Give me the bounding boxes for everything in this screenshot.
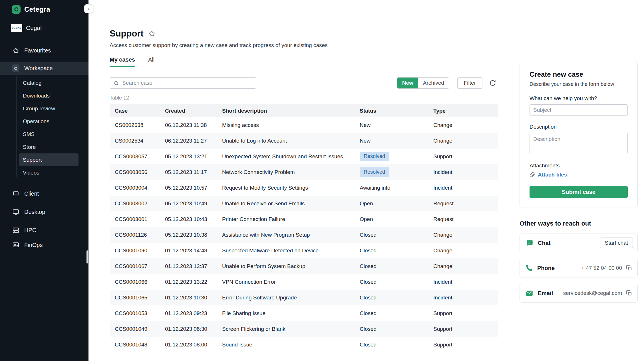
cell-status: Awaiting info	[355, 185, 428, 191]
sidebar-scrollbar-thumb[interactable]	[86, 250, 88, 263]
cell-type: Incident	[428, 169, 498, 175]
submit-case-button[interactable]: Submit case	[530, 186, 628, 198]
column-header-type[interactable]: Type	[428, 108, 498, 114]
table-row[interactable]: CCS000105301.12.2023 09:23File Sharing I…	[110, 305, 498, 321]
sidebar-item-operations[interactable]: Operations	[19, 115, 79, 128]
cell-created: 01.12.2023 13:22	[160, 279, 217, 285]
cell-type: Change	[428, 138, 498, 144]
cell-short-description: Screen Flickering or Blank	[217, 326, 355, 332]
sidebar-item-videos[interactable]: Videos	[19, 166, 79, 179]
table-row[interactable]: CCS000112605.12.2023 10:38Assistance wit…	[110, 227, 498, 243]
cell-status: New	[355, 138, 428, 144]
copy-phone-button[interactable]	[625, 264, 633, 272]
sidebar-item-client[interactable]: Client	[0, 187, 88, 200]
cases-section: Support Access customer support by creat…	[110, 0, 498, 361]
brand-name: Cetegra	[24, 5, 50, 13]
table-row[interactable]: CCS000104801.12.2023 08:00Sound IssueClo…	[110, 337, 498, 352]
table-row[interactable]: CCS000109001.12.2023 14:48Suspected Malw…	[110, 243, 498, 258]
sidebar-collapse-button[interactable]	[84, 4, 93, 13]
search-box[interactable]	[110, 77, 256, 89]
table-row[interactable]: CCS000300105.12.2023 10:43Printer Connec…	[110, 211, 498, 227]
archive-toggle: New Archived	[397, 77, 449, 89]
main-content: Support Access customer support by creat…	[88, 0, 644, 361]
sidebar-item-store[interactable]: Store	[19, 141, 79, 153]
sidebar-item-catalog[interactable]: Catalog	[19, 76, 79, 89]
cell-short-description: File Sharing Issue	[217, 310, 355, 317]
copy-icon	[626, 265, 632, 271]
cell-type: Support	[428, 326, 498, 332]
column-header-status[interactable]: Status	[355, 108, 428, 114]
phone-label: Phone	[537, 265, 555, 271]
create-case-card: Create new case Describe your case in th…	[520, 61, 638, 208]
table-row[interactable]: CCS000305605.12.2023 11:17Network Connec…	[110, 164, 498, 180]
status-badge: Resolved	[360, 167, 389, 177]
table-row[interactable]: CCS000106501.12.2023 10:30Error During S…	[110, 290, 498, 305]
monitor-icon	[12, 208, 19, 216]
cell-case: CCS0001048	[110, 342, 160, 348]
sidebar-item-desktop[interactable]: Desktop	[0, 205, 88, 218]
table-row[interactable]: CCS000104901.12.2023 08:30Screen Flicker…	[110, 321, 498, 337]
attach-files-link[interactable]: Attach files	[530, 172, 628, 178]
cell-status: Closed	[355, 263, 428, 269]
server-icon	[12, 226, 19, 234]
cell-status: New	[355, 122, 428, 128]
cell-case: CCS0001067	[110, 263, 160, 269]
cell-created: 06.12.2023 11:38	[160, 122, 217, 128]
cell-short-description: Unable to Log into Account	[217, 138, 355, 144]
cell-type: Change	[428, 122, 498, 128]
refresh-icon	[489, 80, 496, 86]
sidebar-item-downloads[interactable]: Downloads	[19, 89, 79, 102]
cell-case: CCS0001065	[110, 295, 160, 301]
chat-label: Chat	[538, 240, 550, 246]
sidebar-item-group-review[interactable]: Group review	[19, 102, 79, 115]
sidebar-item-label: Workspace	[24, 65, 53, 72]
refresh-button[interactable]	[487, 77, 498, 89]
brand: C Cetegra	[0, 0, 88, 14]
sidebar-item-favourites[interactable]: Favourites	[0, 44, 88, 57]
table-row[interactable]: CCS000106601.12.2023 13:22VPN Connection…	[110, 274, 498, 290]
favourite-star-icon[interactable]	[148, 30, 156, 37]
sidebar-item-support[interactable]: Support	[19, 153, 79, 166]
sidebar-item-finops[interactable]: FinOps	[0, 238, 88, 252]
page-header: Support	[110, 29, 498, 39]
table-row[interactable]: CCS000300205.12.2023 10:49Unable to Rece…	[110, 196, 498, 211]
table-row[interactable]: CCS000106701.12.2023 13:37Unable to Perf…	[110, 258, 498, 274]
segment-archived-button[interactable]: Archived	[418, 78, 449, 88]
org-switcher[interactable]: CEGAL Cegal	[0, 14, 88, 32]
cell-created: 05.12.2023 10:57	[160, 185, 217, 191]
sidebar-item-hpc[interactable]: HPC	[0, 224, 88, 237]
cases-table: Case Created Short description Status Ty…	[110, 104, 498, 352]
email-icon	[526, 289, 533, 297]
filter-button[interactable]: Filter	[457, 77, 482, 89]
description-label: Description	[530, 124, 628, 130]
cell-created: 05.12.2023 10:49	[160, 200, 217, 207]
tab-all[interactable]: All	[148, 56, 154, 67]
cell-case: CCS0001090	[110, 248, 160, 254]
column-header-case[interactable]: Case	[110, 108, 160, 114]
column-header-short-description[interactable]: Short description	[217, 108, 355, 114]
cell-created: 05.12.2023 10:43	[160, 216, 217, 222]
cell-created: 05.12.2023 11:17	[160, 169, 217, 175]
finops-icon	[12, 241, 19, 249]
attachments-label: Attachments	[530, 163, 628, 169]
table-row[interactable]: CCS000305705.12.2023 13:21Unexpected Sys…	[110, 149, 498, 164]
chat-icon	[526, 239, 533, 247]
cell-type: Change	[428, 248, 498, 254]
table-caption: Table 12	[110, 95, 498, 101]
cell-created: 01.12.2023 09:23	[160, 310, 217, 317]
sidebar-item-sms[interactable]: SMS	[19, 128, 79, 141]
segment-new-button[interactable]: New	[397, 78, 418, 88]
copy-email-button[interactable]	[625, 289, 633, 297]
table-row[interactable]: CS000253806.12.2023 11:38Missing accessN…	[110, 117, 498, 133]
cell-short-description: Network Connectivity Problem	[217, 169, 355, 175]
subject-input[interactable]	[530, 104, 628, 116]
description-input[interactable]	[530, 133, 628, 154]
search-input[interactable]	[122, 80, 253, 86]
start-chat-button[interactable]: Start chat	[600, 238, 633, 248]
table-row[interactable]: CS000253406.12.2023 11:27Unable to Log i…	[110, 133, 498, 149]
tab-my-cases[interactable]: My cases	[110, 56, 135, 67]
sidebar-item-label: FinOps	[24, 242, 43, 248]
sidebar-item-workspace[interactable]: C Workspace	[0, 62, 88, 75]
table-row[interactable]: CCS000300405.12.2023 10:57Request to Mod…	[110, 180, 498, 196]
column-header-created[interactable]: Created	[160, 108, 217, 114]
